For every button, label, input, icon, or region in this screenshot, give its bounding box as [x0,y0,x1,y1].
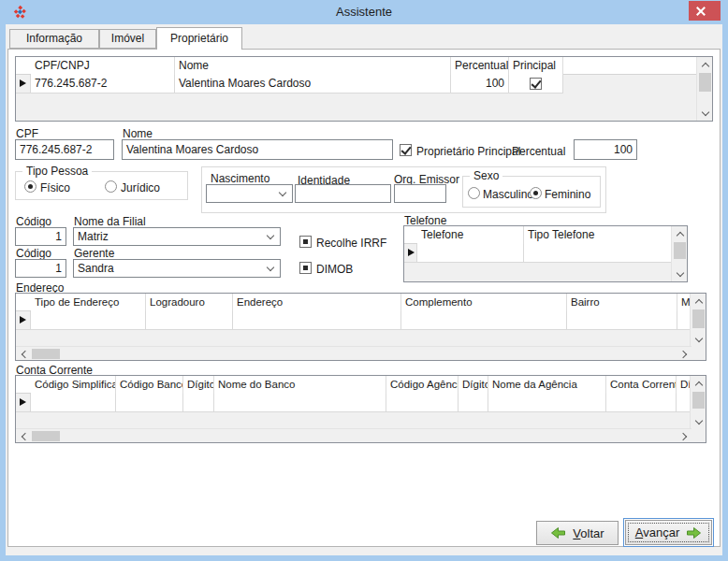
percentual-label: Percentual [512,145,565,158]
cpf-label: CPF [16,127,38,140]
conta-cell[interactable] [116,394,183,412]
scroll-down-button[interactable] [691,332,706,347]
scroll-right-button[interactable] [677,429,692,443]
chevron-down-icon [676,268,683,276]
gerente-combobox[interactable]: Sandra [73,259,281,278]
conta-cell[interactable] [459,394,488,412]
recolhe-irrf-label: Recolhe IRRF [316,237,386,250]
conta-cell[interactable] [386,394,459,412]
owners-cell-nome[interactable]: Valentina Moares Cardoso [175,75,451,94]
scroll-thumb[interactable] [692,392,705,409]
telefone-row-selector[interactable] [404,244,417,263]
conta-cell[interactable] [31,394,116,412]
owners-grid-vscrollbar[interactable] [696,57,712,121]
chevron-right-icon [678,432,686,439]
scroll-thumb[interactable] [32,431,60,441]
conta-row-selector[interactable] [16,394,31,412]
masculino-radio[interactable] [468,187,480,199]
conta-grid-vscrollbar[interactable] [690,376,706,429]
voltar-label: Voltar [573,526,604,540]
sexo-legend: Sexo [470,169,502,182]
owners-principal-checkbox[interactable] [530,78,542,90]
chevron-up-icon [694,381,702,388]
telefone-grid-vscrollbar[interactable] [671,226,687,281]
gerente-codigo-input[interactable]: 1 [15,259,66,278]
owners-col-cpf-cnpj: CPF/CNPJ [31,57,175,75]
chevron-up-icon [694,298,702,306]
nome-input[interactable]: Valentina Moares Cardoso [122,139,393,160]
endereco-cell[interactable] [146,311,233,330]
scroll-down-button[interactable] [697,106,713,121]
chevron-down-icon [694,416,702,424]
owners-cell-cpf[interactable]: 776.245.687-2 [31,75,175,94]
conta-col-digito-banco: Dígito [183,376,214,394]
gerente-label: Gerente [74,247,114,260]
scroll-thumb[interactable] [692,309,705,328]
conta-cell[interactable] [183,394,214,412]
identidade-input[interactable] [295,184,391,203]
nome-label: Nome [123,127,153,140]
chevron-left-icon [21,432,28,439]
fisico-radio[interactable] [24,180,36,193]
telefone-cell-tipo[interactable] [524,244,672,263]
filial-codigo-input[interactable]: 1 [15,227,66,246]
conta-cell[interactable] [214,394,386,412]
conta-grid-hscrollbar[interactable] [16,428,692,442]
endereco-cell[interactable] [233,311,401,330]
nome-filial-combobox[interactable]: Matriz [73,227,281,246]
endereco-cell[interactable] [567,311,677,330]
scroll-up-button[interactable] [691,376,706,391]
juridico-radio[interactable] [105,180,117,193]
nome-filial-label: Nome da Filial [74,215,146,228]
telefone-col-telefone: Telefone [417,226,524,244]
tab-informacao[interactable]: Informação [9,29,99,49]
owners-cell-percentual[interactable]: 100 [451,75,509,94]
scroll-up-button[interactable] [691,294,706,309]
scroll-right-button[interactable] [677,347,692,361]
owners-col-percentual: Percentual [451,57,509,75]
recolhe-irrf-checkbox[interactable] [299,236,312,248]
conta-col-nome-agencia: Nome da Agência [488,376,606,394]
voltar-button[interactable]: Voltar [536,521,619,545]
feminino-radio[interactable] [530,187,542,199]
scroll-up-button[interactable] [697,57,713,72]
endereco-col-tipo: Tipo de Endereço [31,294,146,311]
endereco-col-complemento: Complemento [401,294,567,311]
org-emissor-input[interactable] [394,184,446,203]
avancar-label: Avançar [635,525,679,539]
conta-grid: Código Simplificado Código Banco Dígito … [15,375,706,443]
endereco-cell[interactable] [401,311,567,330]
scroll-down-button[interactable] [691,414,706,429]
conta-col-codigo-simplificado: Código Simplificado [31,376,116,394]
tab-imovel[interactable]: Imóvel [99,29,156,49]
close-button[interactable] [689,1,721,21]
owners-row-selector[interactable] [16,75,31,94]
scroll-thumb[interactable] [674,242,686,259]
scroll-thumb[interactable] [699,73,711,92]
scroll-down-button[interactable] [672,266,688,281]
scroll-left-button[interactable] [16,347,31,361]
title-bar[interactable]: Assistente [0,0,728,24]
arrow-left-icon [550,526,566,539]
percentual-input[interactable]: 100 [574,139,637,160]
dimob-checkbox[interactable] [299,262,312,274]
proprietario-principal-checkbox[interactable] [400,144,412,156]
tab-proprietario[interactable]: Proprietário [156,27,242,50]
conta-cell[interactable] [488,394,606,412]
owners-grid: CPF/CNPJ Nome Percentual Principal 776.2… [15,56,713,122]
avancar-button[interactable]: Avançar [623,518,714,547]
endereco-grid-vscrollbar[interactable] [690,294,706,347]
conta-cell[interactable] [606,394,677,412]
chevron-down-icon [701,108,708,115]
scroll-left-button[interactable] [16,429,31,443]
endereco-row-selector[interactable] [16,311,31,330]
scroll-up-button[interactable] [672,226,688,241]
cpf-input[interactable]: 776.245.687-2 [15,139,114,160]
telefone-cell-telefone[interactable] [417,244,524,263]
endereco-grid: Tipo de Endereço Logradouro Endereço Com… [15,293,706,361]
endereco-cell[interactable] [31,311,146,330]
endereco-grid-hscrollbar[interactable] [16,346,692,360]
nascimento-combobox[interactable] [206,184,293,203]
feminino-label: Feminino [545,188,590,201]
scroll-thumb[interactable] [32,349,60,359]
